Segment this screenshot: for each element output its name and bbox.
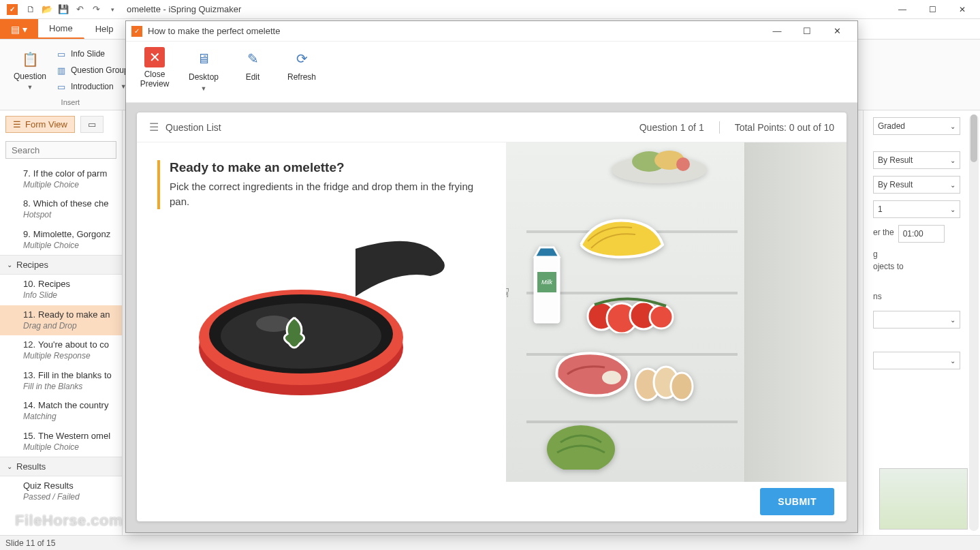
form-view-button[interactable]: ☰Form View <box>5 116 75 133</box>
list-item[interactable]: 14.Match the countryMatching <box>0 396 122 426</box>
list-item[interactable]: Quiz ResultsPassed / Failed <box>0 476 122 506</box>
quick-access-toolbar: 🗋 📂 💾 ↶ ↷ ▾ <box>25 3 118 16</box>
search-input[interactable] <box>5 141 116 159</box>
eggs-drag-item[interactable] <box>629 354 697 401</box>
window-title: omelette - iSpring Quizmaker <box>127 4 241 14</box>
svg-point-15 <box>650 305 673 329</box>
list-item[interactable]: 12.You're about to coMultiple Response <box>0 335 122 365</box>
new-icon[interactable]: 🗋 <box>25 3 37 16</box>
by-result-select-1[interactable]: By Result⌄ <box>873 151 960 169</box>
question-label: Question <box>14 72 46 81</box>
slide-view-button[interactable]: ▭ <box>80 116 104 133</box>
group-results[interactable]: ⌄Results <box>0 457 122 476</box>
help-tab[interactable]: Help <box>84 19 125 39</box>
close-icon: ✕ <box>144 47 165 67</box>
open-icon[interactable]: 📂 <box>41 3 53 16</box>
svg-text:Milk: Milk <box>541 279 552 286</box>
chevron-down-icon: ⌄ <box>950 181 955 189</box>
graded-label: Graded <box>878 121 905 131</box>
close-preview-button[interactable]: ✕Close Preview <box>133 46 176 89</box>
watermark: FileHorse.com <box>15 512 123 530</box>
group-label: Results <box>16 461 46 472</box>
graded-select[interactable]: Graded⌄ <box>873 117 960 135</box>
submit-button[interactable]: SUBMIT <box>760 488 834 515</box>
refresh-button[interactable]: ⟳Refresh <box>280 46 323 82</box>
scrollbar-thumb[interactable] <box>970 114 977 162</box>
slide-list[interactable]: 7.If the color of parmMultiple Choice 8.… <box>0 164 122 535</box>
milk-drag-item[interactable]: Milk <box>531 245 563 326</box>
home-tab[interactable]: Home <box>38 19 84 39</box>
info-slide-icon: ▭ <box>56 48 67 59</box>
svg-point-16 <box>602 371 621 384</box>
question-group-label: Question Group <box>71 65 129 75</box>
group-recipes[interactable]: ⌄Recipes <box>0 255 122 275</box>
qat-dropdown-icon[interactable]: ▾ <box>106 3 118 16</box>
redo-icon[interactable]: ↷ <box>90 3 102 16</box>
insert-group-label: Insert <box>61 98 80 108</box>
app-titlebar: ✓ 🗋 📂 💾 ↶ ↷ ▾ omelette - iSpring Quizmak… <box>0 0 980 19</box>
svg-point-20 <box>547 425 615 470</box>
slide-panel: ☰Form View ▭ 7.If the color of parmMulti… <box>0 110 123 535</box>
bananas-drag-item[interactable] <box>567 211 669 265</box>
question-group-button[interactable]: ▥Question Group <box>53 63 131 78</box>
quiz-header: ☰ Question List Question 1 of 1 Total Po… <box>137 112 847 142</box>
app-icon: ✓ <box>7 4 18 15</box>
question-title: Ready to make an omelette? <box>170 160 486 175</box>
frying-pan-icon <box>192 221 451 412</box>
option-select-2[interactable]: ⌄ <box>873 352 960 369</box>
time-input[interactable]: 01:00 <box>898 225 945 243</box>
list-item[interactable]: 10.RecipesInfo Slide <box>0 275 122 305</box>
meat-drag-item[interactable] <box>547 347 635 401</box>
question-counter: Question 1 of 1 <box>639 122 704 133</box>
question-group-icon: ▥ <box>56 65 67 76</box>
maximize-button[interactable]: ☐ <box>917 0 947 19</box>
list-item[interactable]: 9.Mimolette, GorgonzMultiple Choice <box>0 225 122 255</box>
form-view-label: Form View <box>25 119 67 129</box>
file-tab[interactable]: ▤ ▾ <box>0 19 38 39</box>
form-view-icon: ☰ <box>13 119 21 129</box>
preview-surface: ☰ Question List Question 1 of 1 Total Po… <box>126 103 857 532</box>
salad-bowl-icon <box>601 142 717 183</box>
chevron-down-icon: ⌄ <box>950 357 955 365</box>
tomatoes-drag-item[interactable] <box>581 286 676 333</box>
option-select-1[interactable]: ⌄ <box>873 311 960 329</box>
group-label: Recipes <box>16 260 48 270</box>
list-item[interactable]: 13.Fill in the blanks toFill in the Blan… <box>0 366 122 396</box>
edit-icon: ✎ <box>241 47 264 70</box>
question-description: Pick the correct ingredients in the frid… <box>170 179 486 209</box>
list-item[interactable]: 15.The Western omelMultiple Choice <box>0 427 122 457</box>
scrollbar[interactable] <box>969 114 979 531</box>
chevron-down-icon: ⌄ <box>950 123 955 130</box>
question-button[interactable]: 📋 Question ▼ <box>10 46 50 95</box>
preview-window: ✓ How to make the perfect omelette — ☐ ✕… <box>125 20 858 533</box>
chevron-down-icon: ⌄ <box>7 261 12 269</box>
slide-thumbnail <box>879 468 968 530</box>
drop-target-pan[interactable] <box>157 221 486 412</box>
preview-close-button[interactable]: ✕ <box>822 22 852 41</box>
preview-titlebar: ✓ How to make the perfect omelette — ☐ ✕ <box>126 21 857 42</box>
undo-icon[interactable]: ↶ <box>74 3 86 16</box>
list-item[interactable]: 8.Which of these cheHotspot <box>0 194 122 224</box>
introduction-button[interactable]: ▭Introduction▼ <box>53 79 131 94</box>
introduction-label: Introduction <box>71 82 114 91</box>
cabbage-icon <box>540 415 622 470</box>
list-item-selected[interactable]: 11.Ready to make anDrag and Drop <box>0 305 122 335</box>
by-result-select-2[interactable]: By Result⌄ <box>873 176 960 194</box>
list-item[interactable]: 7.If the color of parmMultiple Choice <box>0 164 122 194</box>
question-area: Ready to make an omelette? Pick the corr… <box>137 142 506 482</box>
save-icon[interactable]: 💾 <box>57 3 69 16</box>
introduction-icon: ▭ <box>56 81 67 92</box>
refresh-icon: ⟳ <box>290 47 313 70</box>
preview-maximize-button[interactable]: ☐ <box>792 22 822 41</box>
minimize-button[interactable]: — <box>887 0 917 19</box>
preview-app-icon: ✓ <box>131 26 142 37</box>
preview-minimize-button[interactable]: — <box>762 22 792 41</box>
preview-title: How to make the perfect omelette <box>148 26 280 36</box>
question-list-link[interactable]: Question List <box>165 122 221 133</box>
desktop-button[interactable]: 🖥Desktop▼ <box>182 46 225 92</box>
close-button[interactable]: ✕ <box>947 0 977 19</box>
attempts-select[interactable]: 1⌄ <box>873 200 960 218</box>
edit-button[interactable]: ✎Edit <box>231 46 274 82</box>
info-slide-button[interactable]: ▭Info Slide <box>53 46 131 61</box>
svg-point-8 <box>676 157 690 171</box>
